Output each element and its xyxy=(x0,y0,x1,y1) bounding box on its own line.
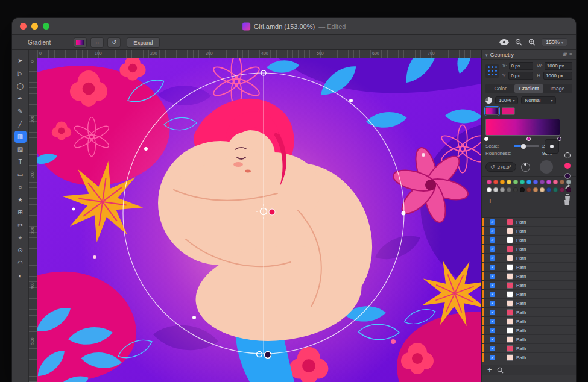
layer-row[interactable]: Path xyxy=(482,299,576,308)
panel-tab[interactable]: Color xyxy=(486,84,514,93)
field-value[interactable]: 1000 px xyxy=(543,72,572,80)
rotation-dial[interactable] xyxy=(521,163,530,172)
tool-button[interactable]: T xyxy=(14,156,27,168)
transform-field[interactable]: W: 1000 px xyxy=(537,62,572,70)
layer-visibility-checkbox[interactable] xyxy=(490,355,495,360)
layer-visibility-checkbox[interactable] xyxy=(490,246,495,252)
top-ruler[interactable]: 0100200300400500600700 xyxy=(37,50,481,58)
layer-visibility-checkbox[interactable] xyxy=(490,265,495,270)
color-swatch[interactable] xyxy=(493,180,498,184)
transform-field[interactable]: Y: 0 px xyxy=(502,72,533,80)
geometry-header[interactable]: Geometry xyxy=(482,50,576,60)
tool-button[interactable]: ▥ xyxy=(14,131,27,143)
ruler-origin[interactable] xyxy=(29,50,37,58)
panel-tab[interactable]: Image xyxy=(543,84,572,93)
layer-row[interactable]: Path xyxy=(482,263,576,272)
layer-visibility-checkbox[interactable] xyxy=(490,337,495,342)
zoom-out-icon[interactable] xyxy=(515,39,522,46)
layer-visibility-checkbox[interactable] xyxy=(490,274,495,279)
tool-button[interactable]: ▭ xyxy=(14,169,27,181)
tool-button[interactable]: ◐ xyxy=(14,270,27,282)
titlebar[interactable]: Girl.amdn (153.00%) — Edited xyxy=(12,18,576,35)
tool-button[interactable]: ✂ xyxy=(14,219,27,231)
left-ruler[interactable]: 0100200300400500 xyxy=(29,58,37,382)
color-swatch[interactable] xyxy=(566,187,571,192)
layer-row[interactable]: Path xyxy=(482,344,576,353)
layer-row[interactable]: Path xyxy=(482,245,576,254)
color-swatch[interactable] xyxy=(520,180,525,184)
preview-eye-icon[interactable] xyxy=(499,39,509,45)
grid-icon[interactable] xyxy=(563,52,567,57)
layer-visibility-checkbox[interactable] xyxy=(490,301,495,306)
opacity-dropdown[interactable]: 100% xyxy=(495,96,518,104)
layer-visibility-checkbox[interactable] xyxy=(490,328,495,333)
color-swatch[interactable] xyxy=(487,187,492,192)
layer-row[interactable]: Path xyxy=(482,272,576,281)
color-swatch[interactable] xyxy=(533,180,538,184)
layer-row[interactable]: Path xyxy=(482,326,576,335)
canvas[interactable] xyxy=(37,58,481,382)
tool-button[interactable]: ✎ xyxy=(14,105,27,117)
layer-row[interactable]: Path xyxy=(482,236,576,245)
tool-button[interactable]: ⊙ xyxy=(14,245,27,257)
tool-button[interactable]: ○ xyxy=(14,181,27,193)
layer-visibility-checkbox[interactable] xyxy=(490,346,495,351)
gradient-stop-mid[interactable] xyxy=(526,137,531,141)
tool-button[interactable]: ▨ xyxy=(14,143,27,155)
layer-row[interactable]: Path xyxy=(482,317,576,326)
fullscreen-window-button[interactable] xyxy=(43,23,49,30)
color-swatch[interactable] xyxy=(507,180,511,184)
layer-visibility-checkbox[interactable] xyxy=(490,310,495,315)
gradient-color-stop-handle[interactable] xyxy=(269,209,275,215)
expand-button[interactable]: Expand xyxy=(127,37,159,48)
canvas-artwork[interactable] xyxy=(37,58,481,382)
panel-tab[interactable]: Gradient xyxy=(514,84,543,93)
layer-visibility-checkbox[interactable] xyxy=(490,219,495,225)
tool-button[interactable]: ★ xyxy=(14,194,27,206)
layer-row[interactable]: Path xyxy=(482,227,576,236)
menu-icon[interactable] xyxy=(569,52,572,57)
layer-visibility-checkbox[interactable] xyxy=(490,255,495,261)
gradient-stop-start[interactable] xyxy=(484,137,488,141)
layer-visibility-checkbox[interactable] xyxy=(490,237,495,243)
layer-row[interactable]: Path xyxy=(482,290,576,299)
gradient-end-color-handle[interactable] xyxy=(265,352,271,359)
delete-swatch-icon[interactable] xyxy=(564,198,570,205)
slider-knob[interactable] xyxy=(521,144,526,149)
search-layers-icon[interactable] xyxy=(497,367,504,374)
selection-edge-node[interactable] xyxy=(402,211,406,216)
transform-field[interactable]: H: 1000 px xyxy=(537,72,572,80)
field-value[interactable]: 0 px xyxy=(509,62,534,70)
color-swatch[interactable] xyxy=(500,187,505,192)
layer-visibility-checkbox[interactable] xyxy=(490,319,495,324)
zoom-in-icon[interactable] xyxy=(528,39,536,46)
color-swatch[interactable] xyxy=(487,180,492,184)
layer-row[interactable]: Path xyxy=(482,353,576,362)
add-layer-button[interactable] xyxy=(487,367,492,374)
layer-row[interactable]: Path xyxy=(482,254,576,263)
tool-button[interactable]: ⌖ xyxy=(14,232,27,244)
color-swatch[interactable] xyxy=(513,180,518,184)
tool-button[interactable]: ╱ xyxy=(14,118,27,130)
rotate-gradient-button[interactable]: ↺ xyxy=(107,37,121,48)
fill-color-well[interactable] xyxy=(564,163,571,169)
color-swatch[interactable] xyxy=(560,180,564,184)
gradient-editor-bar[interactable] xyxy=(485,119,560,136)
layer-row[interactable]: Path xyxy=(482,218,576,227)
color-swatch[interactable] xyxy=(540,180,545,184)
color-swatch[interactable] xyxy=(546,187,551,192)
add-swatch-button[interactable] xyxy=(488,198,493,205)
rotation-field[interactable]: 270.0° xyxy=(485,162,516,172)
anchor-point-grid[interactable] xyxy=(485,64,499,78)
tool-button[interactable]: ◯ xyxy=(14,80,27,92)
scale-slider[interactable] xyxy=(514,145,539,147)
no-color-well[interactable] xyxy=(564,152,571,158)
color-swatch[interactable] xyxy=(520,187,525,192)
layer-row[interactable]: Path xyxy=(482,308,576,317)
color-swatch[interactable] xyxy=(553,180,558,184)
layer-visibility-checkbox[interactable] xyxy=(490,228,495,234)
collapse-chevron-icon[interactable] xyxy=(485,52,488,58)
blend-mode-dropdown[interactable]: Normal xyxy=(521,96,556,104)
tool-button[interactable]: ➤ xyxy=(14,55,27,67)
color-swatch[interactable] xyxy=(507,187,511,192)
